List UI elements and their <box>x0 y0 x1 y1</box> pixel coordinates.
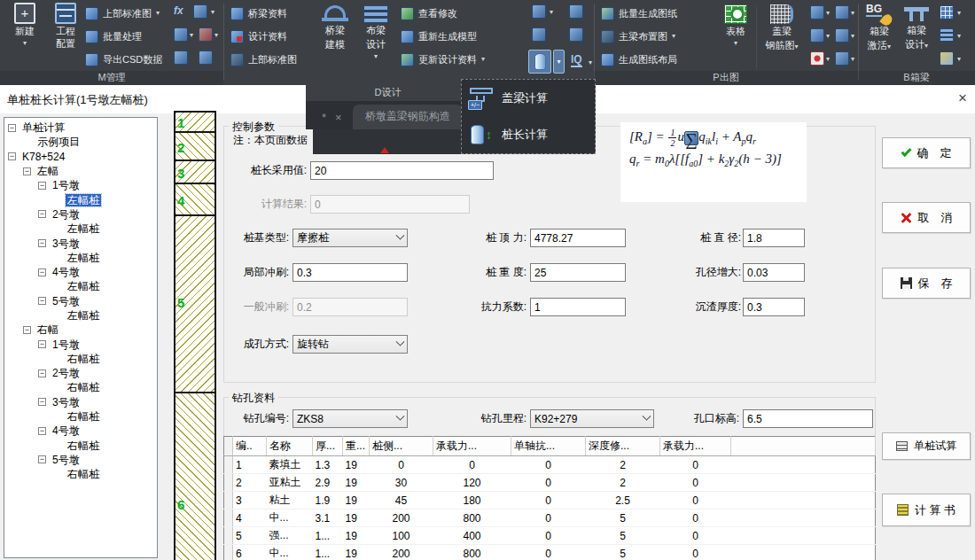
dropdown-arrow-icon[interactable]: ▾ <box>957 9 961 17</box>
table-cell[interactable]: 45 <box>370 492 433 509</box>
row-gutter[interactable] <box>224 527 233 545</box>
table-cell[interactable]: 1 <box>233 456 267 474</box>
tendon-lines-icon[interactable] <box>940 28 954 43</box>
table-cell[interactable]: 19 <box>343 545 370 560</box>
resist-coef-input[interactable] <box>530 298 626 316</box>
bridge-data-button[interactable]: 桥梁资料 <box>230 4 287 23</box>
dropdown-arrow-icon[interactable]: ▾ <box>826 9 830 17</box>
table-cell[interactable]: 0 <box>660 545 731 560</box>
table-cell[interactable]: 1.3 <box>313 456 343 474</box>
table-cell[interactable]: 0 <box>511 456 586 474</box>
circle-section-icon[interactable] <box>810 51 824 66</box>
tree-node[interactable]: −K78+524 <box>4 150 157 164</box>
table-cell[interactable]: 0 <box>511 509 586 527</box>
generate-layout-button[interactable]: 生成图纸布局 <box>601 50 677 69</box>
batch-generate-drawings-button[interactable]: 批量生成图纸 <box>601 4 677 23</box>
batch-process-button[interactable]: 批量处理 <box>85 27 142 46</box>
table-cell[interactable]: 0 <box>660 492 731 509</box>
tree-collapse-icon[interactable]: − <box>38 455 51 463</box>
bridge-modeling-button[interactable]: 桥梁 建模 <box>316 3 355 70</box>
table-cell[interactable]: 120 <box>433 474 511 492</box>
unit-weight-input[interactable] <box>530 263 626 282</box>
table-cell[interactable]: 30 <box>370 474 433 492</box>
table-cell[interactable]: 3.1 <box>313 509 343 527</box>
beam-layout-button[interactable]: 布梁 设计 ▾ <box>356 3 395 70</box>
table-cell[interactable]: 19 <box>343 492 370 509</box>
table-cell[interactable]: 3 <box>233 492 267 509</box>
mesh-grid-icon[interactable] <box>940 5 954 19</box>
tree-node[interactable]: 右幅桩 <box>4 467 157 481</box>
table-cell[interactable]: 粘土 <box>267 492 313 509</box>
row-gutter[interactable] <box>224 509 233 527</box>
table-cell[interactable]: 亚粘土 <box>267 474 313 492</box>
menu-item-pile-length-calc[interactable]: ↕ 桩长计算 <box>462 116 595 152</box>
table-button[interactable]: 表格 ▾ <box>718 3 753 70</box>
dropdown-arrow-icon[interactable]: ▾ <box>190 31 193 39</box>
tab-cap-beam-rebar[interactable]: 桥墩盖梁钢筋构造 <box>353 105 463 129</box>
tree-collapse-icon[interactable]: − <box>38 297 51 305</box>
box-girder-design-button[interactable]: 箱梁 设计▾ <box>899 3 934 70</box>
pile-length-split-button[interactable] <box>528 50 551 74</box>
tree-collapse-icon[interactable]: − <box>38 182 51 190</box>
column-header[interactable]: 承载力... <box>433 437 511 456</box>
dropdown-arrow-icon[interactable]: ▾ <box>826 32 830 40</box>
table-cell[interactable]: 2.5 <box>586 492 660 509</box>
drill-no-combo[interactable]: ZKS8 <box>292 409 408 428</box>
tree-node[interactable]: −单桩计算 <box>4 121 157 135</box>
tree-collapse-icon[interactable]: − <box>38 369 51 377</box>
table-cell[interactable]: 0 <box>511 492 586 509</box>
table-cell[interactable]: 6 <box>233 545 267 560</box>
tree-collapse-icon[interactable]: − <box>23 167 35 175</box>
table-cell[interactable]: 1.9 <box>313 492 343 509</box>
table-cell[interactable]: 中... <box>267 509 313 527</box>
tree-node[interactable]: −3号墩 <box>4 395 157 409</box>
table-cell[interactable]: 19 <box>343 509 370 527</box>
drill-method-combo[interactable]: 旋转钻 <box>292 335 408 354</box>
tree-collapse-icon[interactable]: − <box>38 427 51 435</box>
table-cell[interactable]: 0 <box>511 474 586 492</box>
dropdown-arrow-icon[interactable]: ▾ <box>589 58 592 66</box>
sediment-input[interactable] <box>743 298 805 316</box>
tree-collapse-icon[interactable]: − <box>38 340 51 348</box>
dropdown-arrow-icon[interactable]: ▾ <box>851 32 854 40</box>
dropdown-arrow-icon[interactable]: ▾ <box>851 55 854 63</box>
dropdown-arrow-icon[interactable]: ▾ <box>851 9 854 17</box>
view-changes-button[interactable]: 查看修改 <box>401 4 457 23</box>
delete-document-icon[interactable] <box>199 27 213 42</box>
table-cell[interactable]: 400 <box>433 527 511 545</box>
table-cell[interactable]: 素填土 <box>267 456 313 474</box>
tree-node[interactable]: 左幅桩 <box>4 279 157 293</box>
close-icon[interactable]: × <box>954 89 971 107</box>
single-pile-trial-button[interactable]: 单桩试算 <box>882 432 971 460</box>
table-cell[interactable]: 19 <box>343 456 370 474</box>
tree-collapse-icon[interactable]: − <box>38 398 51 406</box>
drill-mileage-combo[interactable]: K92+279 <box>530 409 654 428</box>
document-icon[interactable] <box>174 27 188 42</box>
fx-icon[interactable]: fx <box>174 4 183 17</box>
tree-node[interactable]: −2号墩 <box>4 207 157 222</box>
table-cell[interactable]: 19 <box>343 527 370 545</box>
export-csd-button[interactable]: 导出CSD数据 <box>85 50 162 69</box>
top-force-input[interactable] <box>530 229 626 247</box>
box-girder-activate-button[interactable]: BG 箱梁 激活▾ <box>862 3 897 70</box>
dropdown-arrow-icon[interactable]: ▾ <box>957 32 961 40</box>
table-cell[interactable]: 0 <box>511 527 586 545</box>
table-cell[interactable]: 5 <box>586 545 660 560</box>
calculation-report-button[interactable]: 计 算 书 <box>882 494 971 526</box>
table-cell[interactable]: 100 <box>370 527 433 545</box>
table-cell[interactable]: 2 <box>233 474 267 492</box>
update-design-data-button[interactable]: 更新设计资料 ▾ <box>401 50 485 69</box>
column-header[interactable]: 桩侧... <box>370 437 433 456</box>
table-cell[interactable]: 中... <box>267 545 313 560</box>
tree-collapse-icon[interactable]: − <box>8 124 20 132</box>
tree-node[interactable]: 右幅桩 <box>4 409 157 424</box>
table-cell[interactable]: 强... <box>267 527 313 545</box>
cap-beam-rebar-button[interactable]: 盖梁 钢筋图▾ <box>759 3 805 70</box>
row-gutter[interactable] <box>224 474 233 492</box>
table-cell[interactable]: 5 <box>586 527 660 545</box>
row-gutter[interactable] <box>224 456 233 474</box>
tree-node[interactable]: −4号墩 <box>4 265 157 279</box>
menu-item-cap-beam-calc[interactable]: +/− 盖梁计算 <box>462 80 595 116</box>
row-gutter[interactable] <box>224 545 233 560</box>
column-header[interactable]: 重... <box>343 437 370 456</box>
